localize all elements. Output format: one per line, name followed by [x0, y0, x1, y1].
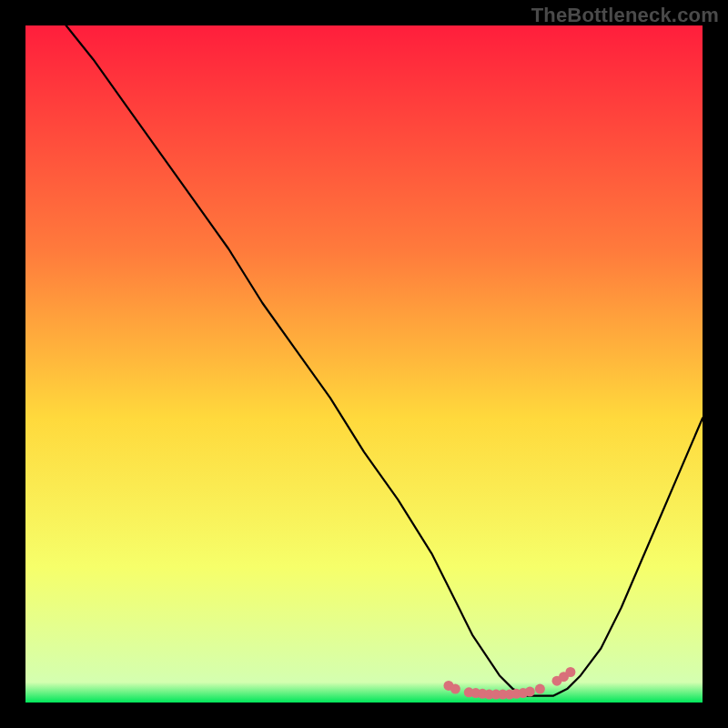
watermark-text: TheBottleneck.com: [531, 4, 719, 27]
marker-dot: [525, 687, 535, 697]
marker-dot: [535, 684, 545, 694]
marker-dot: [450, 684, 460, 694]
chart-frame: TheBottleneck.com: [0, 0, 728, 728]
marker-dot: [565, 667, 575, 677]
plot-background: [25, 25, 703, 703]
bottleneck-chart: [0, 0, 728, 728]
